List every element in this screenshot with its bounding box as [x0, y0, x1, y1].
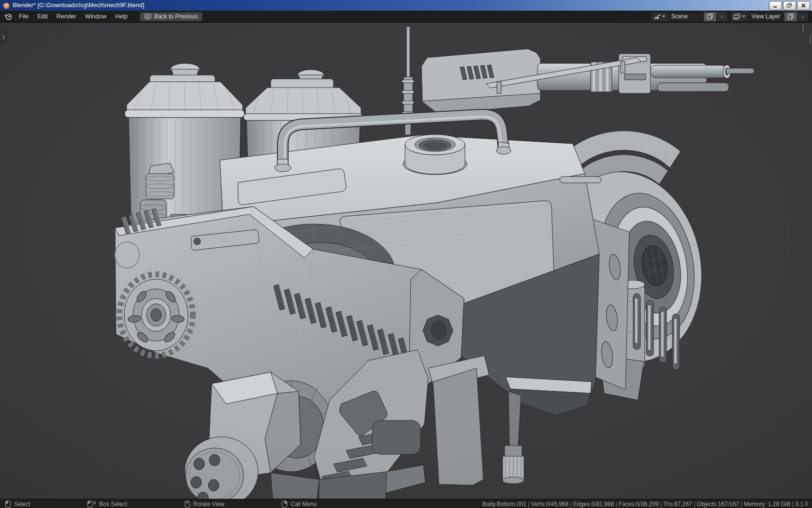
blender-menu-icon: [3, 13, 13, 20]
view-layer-name[interactable]: View Layer: [748, 13, 784, 20]
duplicate-icon: [707, 14, 713, 19]
restore-icon: [787, 3, 792, 8]
3d-viewport[interactable]: [0, 23, 812, 499]
stat-active-object: Body.Bottom.001: [482, 501, 526, 508]
chevron-down-icon: [803, 24, 803, 33]
menu-window[interactable]: Window: [81, 12, 111, 21]
hint-label: Box Select: [99, 501, 127, 508]
chevron-down-icon: [662, 15, 665, 17]
hint-select: Select: [5, 500, 30, 508]
menu-render[interactable]: Render: [52, 12, 81, 21]
chevron-right-icon: [0, 35, 5, 40]
restore-button[interactable]: [783, 1, 796, 10]
back-to-previous-label: Back to Previous: [154, 13, 198, 20]
header-expand-chevron[interactable]: [803, 25, 803, 33]
new-view-layer-button[interactable]: [784, 12, 797, 21]
mouse-middle-icon: [184, 500, 190, 508]
minimize-button[interactable]: [769, 1, 782, 10]
scene-statistics: Body.Bottom.001Verts:0/45,968Edges:0/81,…: [482, 501, 808, 508]
scene-icon: [653, 14, 661, 20]
hint-box-select: Box Select: [87, 500, 127, 508]
mouse-right-icon: [281, 500, 288, 508]
view-layer-selector[interactable]: View Layer ×: [730, 12, 809, 22]
menu-edit[interactable]: Edit: [33, 12, 52, 21]
duplicate-icon: [788, 14, 794, 19]
menu-help[interactable]: Help: [111, 12, 132, 21]
blender-logo-icon: [2, 1, 10, 9]
stat-faces: Faces:0/36,209: [614, 501, 659, 508]
window-controls: [769, 1, 810, 10]
stat-verts: Verts:0/45,968: [526, 501, 568, 508]
hint-label: Select: [14, 501, 30, 508]
stat-version: 3.1.0: [791, 501, 809, 508]
window-title: Blender* [G:\Downloads\!cg\Mech\mech9F.b…: [13, 2, 144, 9]
close-icon: [801, 3, 806, 8]
window-titlebar: Blender* [G:\Downloads\!cg\Mech\mech9F.b…: [0, 0, 812, 11]
stat-tris: Tris:87,267: [659, 501, 692, 508]
mouse-left-icon: [5, 500, 11, 508]
sidebar-expand-chevron[interactable]: [810, 35, 811, 44]
menubar-right-widgets: Scene × View Layer: [651, 12, 809, 22]
scene-browse-button[interactable]: [651, 12, 667, 21]
mech-model: [0, 23, 812, 499]
menu-bar: File Edit Render Window Help Back to Pre…: [0, 11, 812, 23]
scene-selector[interactable]: Scene ×: [651, 12, 728, 22]
unlink-scene-button[interactable]: ×: [716, 12, 727, 21]
mouse-left-drag-icon: [87, 500, 96, 508]
view-layer-icon: [733, 14, 741, 20]
stat-memory: Memory: 1.28 GiB: [739, 501, 791, 508]
back-to-previous-button[interactable]: Back to Previous: [140, 12, 203, 21]
stat-objects: Objects:167/167: [692, 501, 739, 508]
hint-label: Call Menu: [290, 501, 317, 508]
stat-edges: Edges:0/81,988: [568, 501, 614, 508]
chevron-left-icon: [810, 35, 811, 44]
hint-call-menu: Call Menu: [281, 500, 317, 508]
toolbar-expand-tab[interactable]: [0, 30, 7, 44]
status-bar: Select Box Select Rotate View Call Menu …: [0, 499, 812, 508]
scene-name[interactable]: Scene: [667, 13, 703, 20]
hint-label: Rotate View: [193, 501, 224, 508]
menu-file[interactable]: File: [14, 12, 33, 21]
back-screen-icon: [145, 14, 151, 19]
hint-rotate-view: Rotate View: [184, 500, 224, 508]
chevron-down-icon: [742, 15, 745, 17]
view-layer-browse-button[interactable]: [731, 12, 748, 21]
remove-view-layer-button[interactable]: ×: [797, 12, 808, 21]
close-button[interactable]: [797, 1, 810, 10]
new-scene-button[interactable]: [703, 12, 716, 21]
minimize-icon: [773, 3, 778, 8]
